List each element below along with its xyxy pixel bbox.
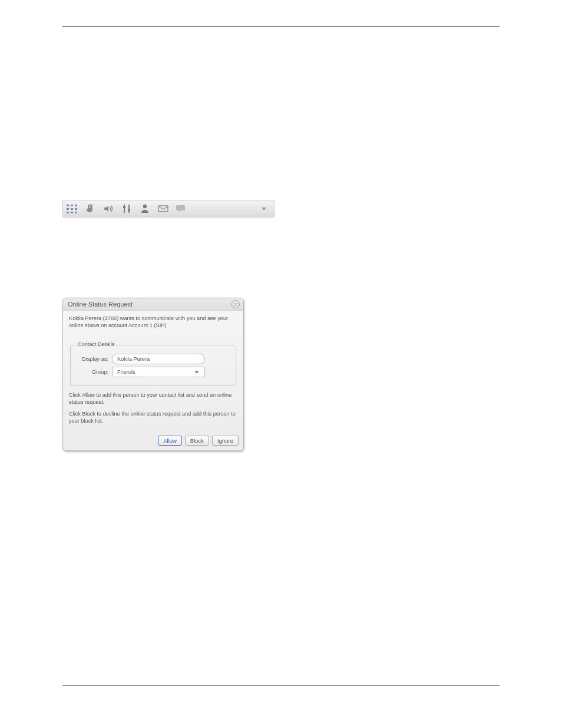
user-icon[interactable] [138, 202, 151, 215]
group-label: Group: [77, 369, 108, 375]
hand-icon[interactable] [84, 202, 97, 215]
svg-rect-12 [128, 209, 130, 211]
mail-icon[interactable] [157, 202, 170, 215]
respond-intro: Respond to the request: [62, 462, 500, 475]
dialog-help-block: Click Block to decline the online status… [69, 411, 237, 425]
step-2b: If you click Block, you will be blocking… [75, 530, 500, 556]
dropdown-icon[interactable] [257, 202, 270, 215]
dialog-help-allow: Click Allow to add this person to your c… [69, 392, 237, 406]
step-1: Complete the Display as and Group fields… [75, 480, 348, 493]
contact-details-fieldset: Contact Details Display as: Kokila Perer… [70, 345, 236, 386]
step-2c: If you click Ignore, the request will be… [75, 561, 500, 588]
svg-rect-2 [75, 205, 77, 206]
svg-rect-3 [67, 208, 69, 210]
num-2: 2. [62, 499, 75, 525]
privacy-note: You can change privacy rules at any time… [62, 592, 500, 605]
page-number: 35 [492, 691, 500, 700]
group-value: Friends [117, 369, 135, 375]
dialog-request-text: Kokila Perera (2766) wants to communicat… [69, 315, 237, 330]
step-2: If you click Allow, the other party will… [75, 499, 500, 525]
svg-rect-6 [67, 212, 69, 213]
group-select[interactable]: Friends [112, 367, 205, 377]
svg-point-13 [143, 204, 147, 207]
tuning-icon[interactable] [120, 202, 133, 215]
num-1: 1. [62, 480, 75, 493]
header-right: User Guide [467, 14, 500, 23]
watching-heading: Watching Others [62, 67, 500, 81]
allow-button[interactable]: Allow [158, 436, 182, 446]
allowing-heading: Allowing Other Parties to See your Avail… [62, 234, 500, 248]
display-as-label: Display as: [77, 356, 108, 362]
chevron-down-icon [194, 369, 200, 375]
svg-rect-1 [71, 205, 73, 206]
bullet-1: Subscribing to the status of contacts: t… [75, 105, 500, 131]
volume-icon[interactable] [102, 202, 115, 215]
svg-rect-4 [71, 208, 73, 210]
header-left: CounterPath eyeBeam 1.5 for Windows [62, 14, 177, 23]
svg-rect-11 [123, 206, 125, 208]
close-icon[interactable] [232, 300, 240, 308]
ignore-button[interactable]: Ignore [212, 436, 239, 446]
p-sub-intro: You can set up eyeBeam so that you are w… [62, 85, 500, 98]
bullet-2: Subscribing to the status of non-contact… [75, 135, 500, 174]
svg-rect-14 [158, 206, 168, 212]
section-title: 6.2 Using the Contact Drawer [62, 44, 500, 57]
p-allow-intro: To let people see your availability, the… [62, 252, 500, 292]
svg-rect-0 [67, 205, 69, 206]
display-as-input[interactable]: Kokila Perera [112, 354, 205, 364]
p-sub-outro: In both cases, the status of a person wh… [62, 180, 500, 193]
online-status-request-dialog: Online Status Request Kokila Perera (276… [62, 298, 244, 451]
grid-icon[interactable] [65, 202, 78, 215]
dialog-title: Online Status Request [68, 301, 133, 308]
toolbar [62, 200, 275, 218]
svg-rect-7 [71, 212, 73, 213]
im-icon[interactable] [175, 202, 188, 215]
svg-rect-5 [75, 208, 77, 210]
svg-rect-8 [75, 212, 77, 213]
fieldset-legend: Contact Details [75, 341, 117, 347]
bottom-rule [62, 686, 500, 686]
top-rule [62, 27, 500, 27]
block-button[interactable]: Block [185, 436, 209, 446]
